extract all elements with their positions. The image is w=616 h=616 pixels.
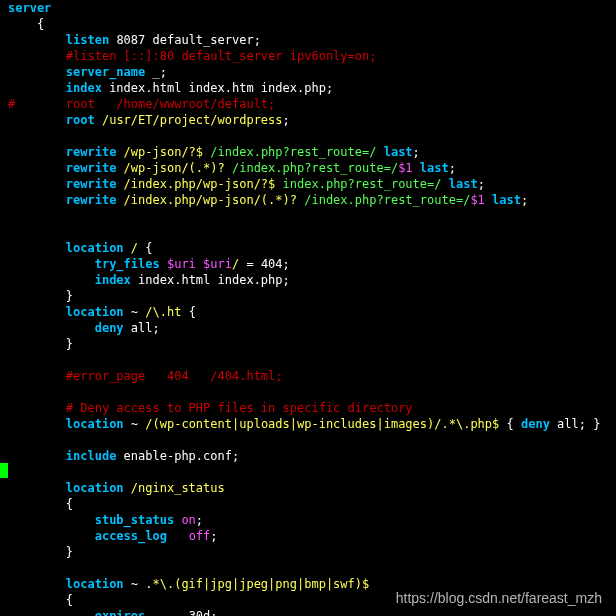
code-line: rewrite /index.php/wp-json/(.*)? /index.… (8, 193, 528, 207)
code-line (8, 225, 15, 239)
code-line: #listen [::]:80 default_server ipv6only=… (8, 49, 376, 63)
code-line: } (8, 337, 73, 351)
code-line: include enable-php.conf; (8, 449, 239, 463)
code-line: #error_page 404 /404.html; (8, 369, 283, 383)
code-line (8, 561, 15, 575)
code-line: } (8, 289, 73, 303)
code-line: server (8, 1, 51, 15)
code-line: { (8, 497, 73, 511)
code-line: location ~ .*\.(gif|jpg|jpeg|png|bmp|swf… (8, 577, 369, 591)
code-line (8, 353, 15, 367)
code-line: # root /home/wwwroot/default; (8, 97, 275, 111)
code-line: { (8, 17, 44, 31)
code-line: location / { (8, 241, 153, 255)
code-line: location ~ /(wp-content|uploads|wp-inclu… (8, 417, 600, 431)
code-line: expires 30d; (8, 609, 218, 616)
code-line: location /nginx_status (8, 481, 225, 495)
code-line: rewrite /wp-json/(.*)? /index.php?rest_r… (8, 161, 456, 175)
code-line: } (8, 545, 73, 559)
code-line: rewrite /index.php/wp-json/?$ index.php?… (8, 177, 485, 191)
code-line (8, 385, 15, 399)
code-line: root /usr/ET/project/wordpress; (8, 113, 290, 127)
code-line (8, 465, 15, 479)
code-line: access_log off; (8, 529, 218, 543)
code-line: { (8, 593, 73, 607)
code-line: deny all; (8, 321, 160, 335)
code-line: # Deny access to PHP files in specific d… (8, 401, 413, 415)
code-line (8, 129, 15, 143)
code-line: listen 8087 default_server; (8, 33, 261, 47)
code-line: index index.html index.php; (8, 273, 290, 287)
terminal-cursor (0, 463, 8, 478)
code-line: location ~ /\.ht { (8, 305, 196, 319)
watermark-text: https://blog.csdn.net/fareast_mzh (396, 590, 602, 606)
code-line: try_files $uri $uri/ = 404; (8, 257, 290, 271)
code-line (8, 209, 15, 223)
code-line: rewrite /wp-json/?$ /index.php?rest_rout… (8, 145, 420, 159)
code-line: index index.html index.htm index.php; (8, 81, 333, 95)
code-line (8, 433, 15, 447)
code-line: stub_status on; (8, 513, 203, 527)
code-line: server_name _; (8, 65, 167, 79)
nginx-config-code: server { listen 8087 default_server; #li… (0, 0, 616, 616)
